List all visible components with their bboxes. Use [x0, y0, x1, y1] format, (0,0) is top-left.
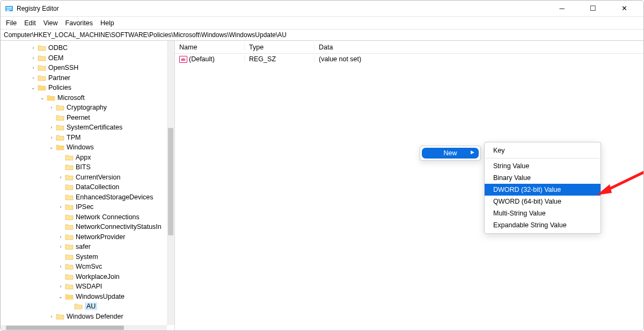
chevron-right-icon[interactable]: › — [57, 244, 64, 249]
folder-icon — [47, 94, 55, 102]
tree-node[interactable]: ›OEM — [1, 53, 174, 63]
tree-node[interactable]: ›Windows Defender — [1, 312, 174, 322]
tree-node[interactable]: ›Partner — [1, 73, 174, 83]
tree-node[interactable]: ⌄Windows — [1, 142, 174, 153]
address-bar[interactable]: Computer\HKEY_LOCAL_MACHINE\SOFTWARE\Pol… — [1, 30, 643, 41]
tree-node[interactable]: Peernet — [1, 113, 174, 123]
context-menu-submenu: Key String Value Binary Value DWORD (32-… — [484, 142, 601, 234]
tree-node[interactable]: ›Cryptography — [1, 103, 174, 113]
tree-node[interactable]: ›WSDAPI — [1, 282, 174, 292]
close-button[interactable]: ✕ — [613, 4, 635, 12]
tree-node[interactable]: System — [1, 252, 174, 262]
tree-node[interactable]: NetworkConnectivityStatusIn — [1, 222, 174, 232]
tree-node-label: WcmSvc — [76, 263, 102, 270]
chevron-right-icon[interactable]: › — [48, 105, 55, 110]
chevron-right-icon[interactable]: › — [57, 175, 64, 180]
menu-favorites[interactable]: Favorites — [65, 19, 93, 27]
tree-scrollbar-horizontal[interactable] — [1, 325, 167, 330]
submenu-binary-value[interactable]: Binary Value — [485, 172, 601, 184]
submenu-key[interactable]: Key — [485, 145, 601, 156]
folder-icon — [65, 233, 74, 241]
tree-node-label: System — [76, 253, 98, 261]
chevron-right-icon[interactable]: › — [57, 234, 64, 240]
chevron-down-icon[interactable]: ⌄ — [48, 145, 55, 150]
tree-node[interactable]: AU — [1, 301, 174, 312]
tree-node[interactable]: Appx — [1, 153, 174, 163]
reg-sz-icon: ab — [179, 56, 187, 63]
folder-icon — [56, 313, 64, 320]
chevron-right-icon[interactable]: › — [30, 65, 36, 70]
tree-node[interactable]: BITS — [1, 162, 174, 172]
menu-view[interactable]: View — [43, 19, 58, 27]
tree-node-label: OEM — [48, 54, 63, 62]
list-header: Name Type Data — [175, 41, 643, 54]
menu-help[interactable]: Help — [100, 19, 114, 27]
scrollbar-thumb[interactable] — [6, 326, 124, 330]
column-header-data[interactable]: Data — [314, 44, 643, 51]
tree-node[interactable]: ⌄WindowsUpdate — [1, 292, 174, 302]
submenu-string-value[interactable]: String Value — [485, 160, 601, 172]
folder-icon — [65, 183, 74, 191]
address-text: Computer\HKEY_LOCAL_MACHINE\SOFTWARE\Pol… — [4, 31, 287, 39]
folder-icon — [65, 283, 74, 290]
chevron-right-icon[interactable]: › — [30, 45, 36, 51]
row-name-text: (Default) — [189, 55, 215, 63]
list-row[interactable]: ab (Default) REG_SZ (value not set) — [175, 54, 643, 64]
submenu-expandable-value[interactable]: Expandable String Value — [485, 219, 601, 231]
folder-icon — [65, 163, 74, 171]
chevron-right-icon[interactable]: › — [57, 204, 64, 210]
tree-node-label: IPSec — [76, 203, 93, 211]
chevron-down-icon[interactable]: ⌄ — [39, 95, 46, 100]
chevron-right-icon[interactable]: › — [57, 284, 64, 289]
row-data: (value not set) — [314, 55, 643, 63]
tree-node[interactable]: ›CurrentVersion — [1, 172, 174, 183]
folder-icon — [65, 213, 74, 221]
folder-icon — [56, 143, 64, 151]
chevron-right-icon[interactable]: › — [30, 55, 36, 61]
submenu-qword-value[interactable]: QWORD (64-bit) Value — [485, 196, 601, 207]
tree-node[interactable]: DataCollection — [1, 182, 174, 192]
tree-node[interactable]: ›WcmSvc — [1, 262, 174, 272]
tree-node[interactable]: ›IPSec — [1, 202, 174, 212]
folder-icon — [38, 64, 46, 71]
svg-rect-3 — [6, 10, 10, 11]
chevron-right-icon[interactable]: › — [48, 125, 55, 130]
minimize-button[interactable]: ─ — [551, 4, 573, 12]
context-item-new[interactable]: New ▶ — [422, 148, 479, 159]
context-menu-primary: New ▶ — [420, 146, 481, 161]
column-header-name[interactable]: Name — [175, 44, 245, 51]
column-header-type[interactable]: Type — [245, 44, 314, 51]
maximize-button[interactable]: ☐ — [582, 4, 604, 12]
chevron-right-icon[interactable]: › — [48, 135, 55, 140]
submenu-dword-value[interactable]: DWORD (32-bit) Value — [485, 184, 601, 196]
tree-node[interactable]: EnhancedStorageDevices — [1, 192, 174, 203]
chevron-right-icon[interactable]: › — [48, 314, 55, 319]
chevron-down-icon[interactable]: ⌄ — [57, 294, 64, 299]
tree-node[interactable]: Network Connections — [1, 212, 174, 222]
tree-node[interactable]: WorkplaceJoin — [1, 272, 174, 282]
tree-node[interactable]: ⌄Policies — [1, 83, 174, 93]
tree-node[interactable]: ›ODBC — [1, 43, 174, 53]
tree-node-label: Policies — [48, 84, 71, 91]
tree-node-label: CurrentVersion — [76, 174, 120, 181]
chevron-right-icon[interactable]: › — [30, 75, 36, 81]
tree-node-label: Microsoft — [57, 94, 85, 102]
submenu-multistring-value[interactable]: Multi-String Value — [485, 207, 601, 219]
row-name: ab (Default) — [175, 55, 245, 63]
chevron-down-icon[interactable]: ⌄ — [30, 85, 36, 90]
tree-node[interactable]: ›NetworkProvider — [1, 232, 174, 242]
folder-icon — [38, 74, 46, 82]
tree-scrollbar-vertical[interactable] — [167, 41, 174, 325]
tree-node[interactable]: ›OpenSSH — [1, 63, 174, 73]
tree-node[interactable]: ›SystemCertificates — [1, 123, 174, 133]
folder-icon — [65, 193, 74, 201]
tree-node[interactable]: ›TPM — [1, 133, 174, 143]
scrollbar-thumb[interactable] — [168, 128, 173, 235]
menu-edit[interactable]: Edit — [24, 19, 36, 27]
tree-node-label: OpenSSH — [48, 64, 78, 71]
tree-node[interactable]: ›safer — [1, 242, 174, 252]
tree-node-label: Partner — [48, 74, 70, 82]
menu-file[interactable]: File — [6, 19, 17, 27]
chevron-right-icon[interactable]: › — [57, 264, 64, 269]
tree-node[interactable]: ⌄Microsoft — [1, 93, 174, 103]
